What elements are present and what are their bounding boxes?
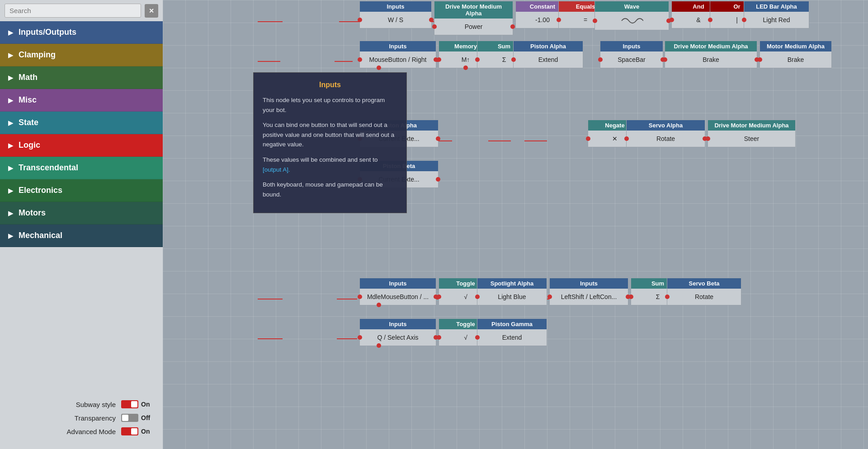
connector-left[interactable] xyxy=(511,57,516,62)
node-header[interactable]: Inputs xyxy=(550,278,628,289)
node-inputs-q-select[interactable]: Inputs Q / Select Axis xyxy=(359,318,436,346)
node-header[interactable]: LED Bar Alpha xyxy=(744,1,809,12)
connector-left[interactable] xyxy=(475,335,480,340)
node-body: Power xyxy=(434,19,513,35)
connector-left[interactable] xyxy=(358,335,362,340)
node-spotlight-alpha[interactable]: Spotlight Alpha Light Blue xyxy=(477,278,547,305)
arrow-icon: ▶ xyxy=(8,232,13,239)
connector-left[interactable] xyxy=(665,295,670,299)
sidebar-item-electronics[interactable]: ▶ Electronics xyxy=(0,179,163,202)
node-header[interactable]: Motor Medium Alpha xyxy=(760,41,831,51)
node-body: Light Blue xyxy=(477,289,547,305)
node-header[interactable]: Drive Motor Medium Alpha xyxy=(708,120,795,131)
node-header[interactable]: Inputs xyxy=(360,1,431,12)
node-header[interactable]: Wave xyxy=(595,1,669,12)
connector-left[interactable] xyxy=(437,57,441,62)
sidebar-item-mechanical[interactable]: ▶ Mechanical xyxy=(0,224,163,247)
node-header[interactable]: Servo Beta xyxy=(667,278,741,289)
node-inputs-spacebar[interactable]: Inputs SpaceBar xyxy=(600,41,663,68)
tooltip-highlight: [output A]. xyxy=(263,166,290,173)
connector-left[interactable] xyxy=(358,57,362,62)
connector-left[interactable] xyxy=(432,24,437,29)
transparency-toggle-row: Transparency Off xyxy=(9,414,154,422)
node-drive-motor-brake[interactable]: Drive Motor Medium Alpha Brake xyxy=(665,41,757,68)
connector-left[interactable] xyxy=(547,295,552,299)
transparency-toggle[interactable]: Off xyxy=(121,414,154,422)
connector-left[interactable] xyxy=(475,295,480,299)
advanced-mode-label: Advanced Mode xyxy=(9,428,116,435)
connector-left[interactable] xyxy=(706,136,710,141)
connector-left[interactable] xyxy=(475,57,480,62)
node-header[interactable]: Drive Motor Medium Alpha xyxy=(665,41,757,51)
connector-bottom[interactable] xyxy=(377,303,381,307)
sidebar-item-inputs-outputs[interactable]: ▶ Inputs/Outputs xyxy=(0,21,163,44)
sidebar-item-misc[interactable]: ▶ Misc xyxy=(0,89,163,112)
node-header[interactable]: Drive Motor Medium Alpha xyxy=(434,1,513,19)
node-drive-motor-steer[interactable]: Drive Motor Medium Alpha Steer xyxy=(708,120,796,147)
sidebar-item-clamping[interactable]: ▶ Clamping xyxy=(0,44,163,66)
subway-style-track[interactable] xyxy=(121,400,138,408)
connector-left[interactable] xyxy=(358,295,362,299)
node-header[interactable]: Inputs xyxy=(360,41,436,51)
connector-left[interactable] xyxy=(358,18,362,22)
advanced-mode-track[interactable] xyxy=(121,427,138,435)
connector-left[interactable] xyxy=(598,57,603,62)
arrow-icon: ▶ xyxy=(8,142,13,149)
advanced-mode-toggle[interactable]: On xyxy=(121,427,154,435)
main-canvas[interactable]: Inputs W / S Drive Motor Medium Alpha Po… xyxy=(163,0,868,449)
connector-right[interactable] xyxy=(436,136,440,141)
connector-left[interactable] xyxy=(586,136,590,141)
node-servo-alpha-rotate[interactable]: Servo Alpha Rotate xyxy=(626,120,705,147)
sidebar-item-state[interactable]: ▶ State xyxy=(0,112,163,134)
node-inputs-ws[interactable]: Inputs W / S xyxy=(359,1,432,28)
sidebar-item-transcendental[interactable]: ▶ Transcendental xyxy=(0,157,163,179)
sidebar-item-math[interactable]: ▶ Math xyxy=(0,66,163,89)
tooltip-title: Inputs xyxy=(263,81,397,89)
sidebar-item-logic[interactable]: ▶ Logic xyxy=(0,134,163,157)
node-header[interactable]: Piston Alpha xyxy=(514,41,583,51)
connector-right[interactable] xyxy=(436,177,440,182)
node-wave[interactable]: Wave xyxy=(594,1,669,30)
node-piston-alpha-extend[interactable]: Piston Alpha Extend xyxy=(513,41,583,68)
node-piston-gamma[interactable]: Piston Gamma Extend xyxy=(477,318,547,346)
node-body: Steer xyxy=(708,131,795,147)
connector-left[interactable] xyxy=(593,19,597,23)
connector-left[interactable] xyxy=(670,18,674,22)
connector-left[interactable] xyxy=(557,18,561,22)
connector-bottom[interactable] xyxy=(377,343,381,348)
connector-bottom[interactable] xyxy=(377,65,381,70)
sidebar-item-label: Motors xyxy=(19,208,46,218)
sidebar-item-label: State xyxy=(19,118,38,127)
subway-style-toggle[interactable]: On xyxy=(121,400,154,408)
connector-left[interactable] xyxy=(742,18,746,22)
search-clear-button[interactable]: ✕ xyxy=(145,4,158,18)
connector-left[interactable] xyxy=(663,57,667,62)
node-header[interactable]: Inputs xyxy=(360,278,436,289)
connector-left[interactable] xyxy=(624,136,629,141)
node-inputs-leftshift[interactable]: Inputs LeftShift / LeftCon... xyxy=(549,278,628,305)
node-servo-beta-rotate[interactable]: Servo Beta Rotate xyxy=(667,278,741,305)
connector-right[interactable] xyxy=(429,18,434,22)
connector-left[interactable] xyxy=(437,335,441,340)
connector-bottom[interactable] xyxy=(463,65,468,70)
connector-left[interactable] xyxy=(437,295,441,299)
connector-left[interactable] xyxy=(758,57,762,62)
search-input[interactable] xyxy=(5,4,141,18)
node-drive-motor-power[interactable]: Drive Motor Medium Alpha Power xyxy=(434,1,513,35)
sidebar-item-label: Logic xyxy=(19,140,40,150)
transparency-track[interactable] xyxy=(121,414,138,422)
node-inputs-mouse[interactable]: Inputs MouseButton / Right xyxy=(359,41,436,68)
node-header[interactable]: Servo Alpha xyxy=(627,120,705,131)
node-header[interactable]: Inputs xyxy=(360,319,436,329)
node-header[interactable]: Spotlight Alpha xyxy=(477,278,547,289)
connector-right[interactable] xyxy=(510,24,515,29)
node-header[interactable]: Piston Gamma xyxy=(477,319,547,329)
node-motor-medium-brake[interactable]: Motor Medium Alpha Brake xyxy=(760,41,832,68)
node-inputs-middle-mouse[interactable]: Inputs MdleMouseButton / ... xyxy=(359,278,436,305)
connector-left[interactable] xyxy=(708,18,712,22)
node-led-bar-alpha[interactable]: LED Bar Alpha Light Red xyxy=(744,1,809,28)
sidebar-item-motors[interactable]: ▶ Motors xyxy=(0,202,163,224)
connector-left[interactable] xyxy=(629,295,633,299)
arrow-icon: ▶ xyxy=(8,187,13,194)
node-header[interactable]: Inputs xyxy=(600,41,663,51)
